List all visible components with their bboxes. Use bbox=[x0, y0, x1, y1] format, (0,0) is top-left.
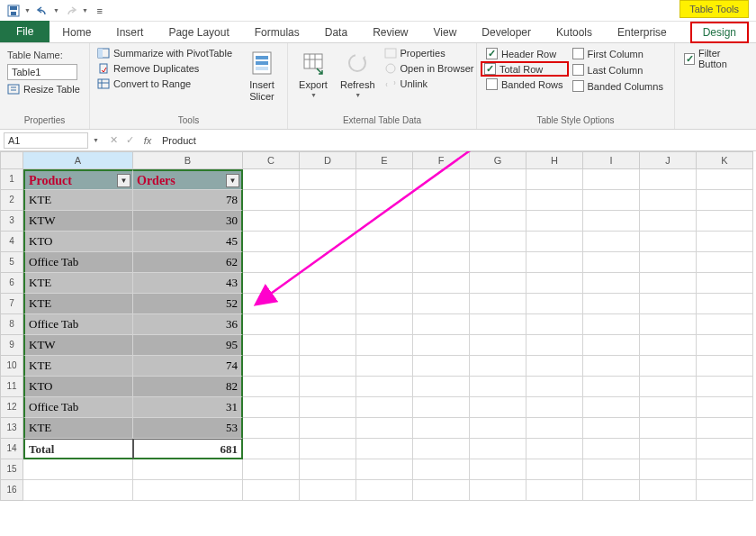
cell[interactable] bbox=[243, 190, 300, 211]
row-header[interactable]: 9 bbox=[0, 335, 23, 356]
tab-design[interactable]: Design bbox=[690, 22, 749, 43]
filter-button-checkbox[interactable]: Filter Button bbox=[682, 47, 749, 70]
cell[interactable] bbox=[583, 356, 640, 377]
col-header[interactable]: B bbox=[133, 151, 243, 169]
cell[interactable] bbox=[526, 232, 583, 252]
cell[interactable] bbox=[470, 335, 526, 356]
cell[interactable] bbox=[413, 211, 470, 232]
cell[interactable] bbox=[243, 273, 300, 294]
cell[interactable] bbox=[583, 418, 640, 439]
cell[interactable]: KTE bbox=[23, 356, 133, 377]
cell[interactable] bbox=[356, 294, 413, 314]
remove-duplicates-button[interactable]: Remove Duplicates bbox=[97, 62, 238, 75]
cell[interactable] bbox=[300, 459, 356, 480]
col-header[interactable]: G bbox=[470, 151, 526, 169]
cell[interactable] bbox=[640, 252, 697, 273]
cell[interactable] bbox=[470, 356, 526, 377]
cell[interactable] bbox=[470, 480, 526, 501]
chevron-down-icon[interactable]: ▼ bbox=[93, 137, 99, 143]
header-row-checkbox[interactable]: Header Row bbox=[484, 47, 565, 60]
col-header[interactable]: J bbox=[640, 151, 697, 169]
row-header[interactable]: 7 bbox=[0, 294, 23, 314]
cell[interactable]: Office Tab bbox=[23, 252, 133, 273]
cell[interactable]: 30 bbox=[133, 211, 243, 232]
col-header[interactable]: A bbox=[23, 151, 133, 169]
cell[interactable] bbox=[697, 397, 753, 418]
cell[interactable] bbox=[583, 273, 640, 294]
tab-review[interactable]: Review bbox=[360, 23, 420, 42]
cell[interactable] bbox=[697, 232, 753, 252]
cell[interactable] bbox=[413, 459, 470, 480]
cell[interactable]: Office Tab bbox=[23, 397, 133, 418]
cell[interactable] bbox=[356, 252, 413, 273]
cell[interactable] bbox=[356, 232, 413, 252]
cell[interactable] bbox=[133, 480, 243, 501]
tab-data[interactable]: Data bbox=[312, 23, 360, 42]
cell[interactable]: 52 bbox=[133, 294, 243, 314]
cell[interactable] bbox=[640, 439, 697, 459]
cell[interactable] bbox=[640, 169, 697, 190]
cell[interactable]: 62 bbox=[133, 252, 243, 273]
fx-icon[interactable]: fx bbox=[139, 135, 157, 146]
cell[interactable]: 43 bbox=[133, 273, 243, 294]
redo-icon[interactable] bbox=[63, 3, 79, 19]
cell[interactable]: 74 bbox=[133, 356, 243, 377]
banded-rows-checkbox[interactable]: Banded Rows bbox=[484, 77, 565, 91]
cell[interactable] bbox=[526, 190, 583, 211]
cell[interactable] bbox=[413, 273, 470, 294]
total-value-cell[interactable]: 681 bbox=[133, 439, 243, 459]
row-header[interactable]: 5 bbox=[0, 252, 23, 273]
cell[interactable] bbox=[583, 169, 640, 190]
cell[interactable] bbox=[526, 377, 583, 397]
cell[interactable] bbox=[300, 377, 356, 397]
cell[interactable] bbox=[243, 314, 300, 335]
table-header-product[interactable]: Product▼ bbox=[23, 169, 133, 190]
row-header[interactable]: 13 bbox=[0, 418, 23, 439]
table-header-orders[interactable]: Orders▼ bbox=[133, 169, 243, 190]
row-header[interactable]: 4 bbox=[0, 232, 23, 252]
cell[interactable] bbox=[300, 397, 356, 418]
cell[interactable] bbox=[243, 377, 300, 397]
cell[interactable] bbox=[583, 190, 640, 211]
cell[interactable] bbox=[526, 252, 583, 273]
cell[interactable] bbox=[640, 377, 697, 397]
cell[interactable] bbox=[697, 169, 753, 190]
cell[interactable] bbox=[526, 439, 583, 459]
cell[interactable] bbox=[300, 356, 356, 377]
cell[interactable] bbox=[583, 314, 640, 335]
cell[interactable] bbox=[413, 232, 470, 252]
cell[interactable] bbox=[356, 459, 413, 480]
cell[interactable] bbox=[640, 459, 697, 480]
cell[interactable] bbox=[356, 418, 413, 439]
cell[interactable] bbox=[640, 190, 697, 211]
cell[interactable] bbox=[640, 356, 697, 377]
tab-formulas[interactable]: Formulas bbox=[242, 23, 312, 42]
cell[interactable] bbox=[356, 335, 413, 356]
cell[interactable] bbox=[356, 439, 413, 459]
cell[interactable]: 36 bbox=[133, 314, 243, 335]
row-header[interactable]: 3 bbox=[0, 211, 23, 232]
cell[interactable] bbox=[470, 273, 526, 294]
cell[interactable] bbox=[697, 439, 753, 459]
cell[interactable] bbox=[697, 480, 753, 501]
cell[interactable] bbox=[356, 397, 413, 418]
name-box[interactable] bbox=[4, 132, 88, 149]
cell[interactable]: KTW bbox=[23, 211, 133, 232]
cell[interactable] bbox=[526, 273, 583, 294]
cell[interactable]: 78 bbox=[133, 190, 243, 211]
cell[interactable] bbox=[243, 480, 300, 501]
row-header[interactable]: 2 bbox=[0, 190, 23, 211]
row-header[interactable]: 11 bbox=[0, 377, 23, 397]
cell[interactable] bbox=[300, 314, 356, 335]
convert-range-button[interactable]: Convert to Range bbox=[97, 77, 238, 90]
col-header[interactable]: D bbox=[300, 151, 356, 169]
cell[interactable] bbox=[300, 232, 356, 252]
cell[interactable] bbox=[470, 418, 526, 439]
cell[interactable] bbox=[583, 211, 640, 232]
filter-dropdown-icon[interactable]: ▼ bbox=[226, 174, 239, 187]
cell[interactable]: 31 bbox=[133, 397, 243, 418]
col-header[interactable]: C bbox=[243, 151, 300, 169]
cell[interactable] bbox=[356, 480, 413, 501]
cell[interactable] bbox=[243, 169, 300, 190]
resize-table-button[interactable]: Resize Table bbox=[7, 83, 82, 95]
